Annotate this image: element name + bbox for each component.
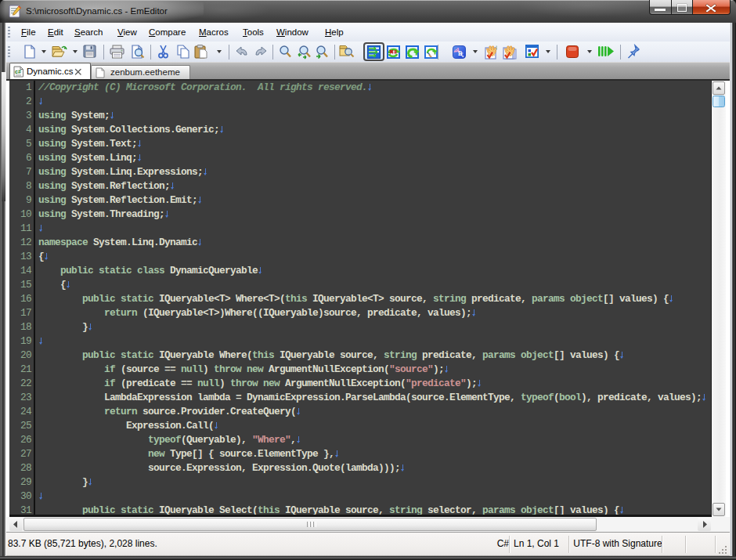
svg-text:c#: c# <box>15 69 21 74</box>
